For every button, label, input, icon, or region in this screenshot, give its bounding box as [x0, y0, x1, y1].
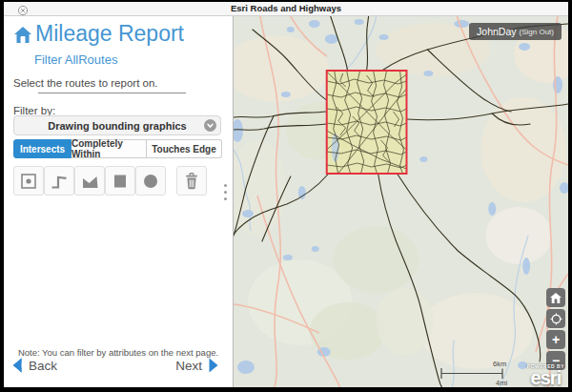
chevron-down-icon [204, 119, 216, 132]
point-icon [19, 172, 38, 191]
rectangle-tool-button[interactable] [105, 166, 135, 196]
scale-mi-label: 4mi [496, 379, 507, 387]
home-icon [550, 293, 562, 303]
user-name: JohnDay [477, 26, 516, 37]
instruction-text: Select the routes to report on. [13, 77, 158, 89]
app-frame: Esri Roads and Highways Mileage Report F… [0, 0, 572, 392]
divider [38, 93, 186, 93]
polygon-tool-button[interactable] [74, 166, 105, 196]
sign-out-label: (Sign Out) [520, 28, 554, 36]
circle-icon [141, 172, 160, 191]
tab-intersects[interactable]: Intersects [13, 139, 72, 158]
back-button[interactable]: Back [11, 358, 57, 373]
basemap [234, 16, 568, 387]
next-label: Next [175, 359, 202, 373]
home-extent-button[interactable] [546, 288, 565, 307]
map-nav-controls: + − [546, 288, 565, 370]
trash-icon [181, 171, 202, 192]
locate-icon [550, 313, 562, 325]
dropdown-selected-value: Drawing bounding graphics [48, 120, 186, 132]
note-text: Note: You can filter by attributes on th… [4, 347, 233, 358]
polyline-tool-button[interactable] [44, 166, 74, 196]
point-tool-button[interactable] [13, 166, 44, 196]
chevron-right-icon [208, 358, 219, 373]
chevron-left-icon [11, 358, 23, 373]
home-icon [12, 25, 33, 49]
selection-fill [327, 71, 407, 174]
window-titlebar: Esri Roads and Highways [4, 2, 568, 16]
esri-logo: esri [527, 369, 564, 386]
user-sign-out-button[interactable]: JohnDay (Sign Out) [469, 23, 562, 40]
tab-touches-edge[interactable]: Touches Edge [147, 139, 222, 158]
scale-km-label: 6km [493, 360, 506, 368]
polyline-icon [50, 172, 69, 191]
polygon-icon [80, 172, 99, 191]
window-title: Esri Roads and Highways [4, 3, 568, 13]
filter-method-dropdown[interactable]: Drawing bounding graphics [13, 115, 221, 135]
tab-completely-within[interactable]: Completely Within [72, 139, 147, 158]
scale-bar: 6km 4mi [436, 360, 516, 387]
mileage-report-panel: Mileage Report Filter AllRoutes Select t… [4, 16, 234, 387]
zoom-in-button[interactable]: + [546, 330, 565, 349]
back-label: Back [29, 359, 57, 373]
panel-resize-handle[interactable] [224, 184, 227, 200]
delete-graphics-button[interactable] [176, 166, 207, 196]
rectangle-icon [111, 172, 130, 191]
locate-button[interactable] [546, 309, 565, 328]
esri-attribution: POWERED BY esri [527, 363, 564, 386]
next-button[interactable]: Next [175, 358, 219, 373]
circle-tool-button[interactable] [135, 166, 166, 196]
spatial-relation-tabs: Intersects Completely Within Touches Edg… [13, 139, 222, 158]
map-view[interactable]: JohnDay (Sign Out) + − [234, 16, 568, 387]
page-title: Mileage Report [35, 21, 184, 47]
page-subtitle: Filter AllRoutes [34, 52, 117, 67]
